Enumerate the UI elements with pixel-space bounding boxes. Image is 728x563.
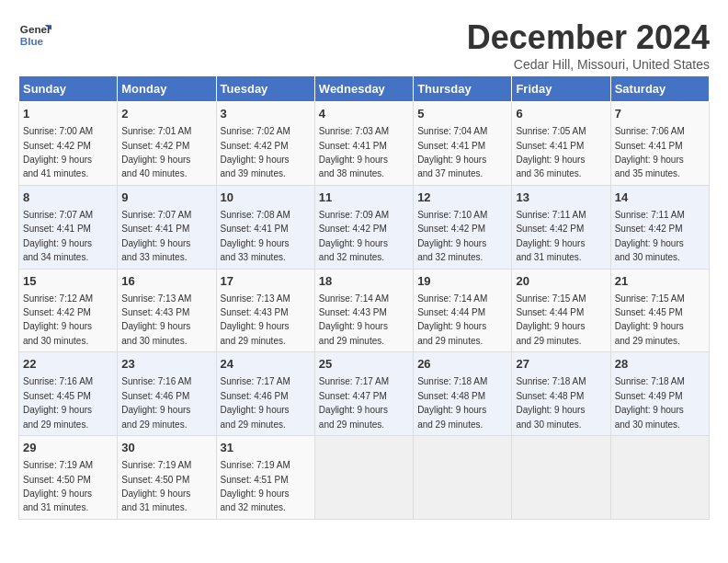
day-info: Sunrise: 7:15 AM Sunset: 4:45 PM Dayligh…	[615, 293, 685, 346]
day-info: Sunrise: 7:04 AM Sunset: 4:41 PM Dayligh…	[417, 126, 487, 178]
calendar-cell: 13Sunrise: 7:11 AM Sunset: 4:42 PM Dayli…	[512, 185, 610, 269]
day-info: Sunrise: 7:14 AM Sunset: 4:44 PM Dayligh…	[417, 293, 487, 346]
calendar-cell: 30Sunrise: 7:19 AM Sunset: 4:50 PM Dayli…	[118, 436, 216, 520]
day-number: 24	[221, 356, 311, 373]
day-number: 10	[221, 190, 311, 206]
calendar-cell: 28Sunrise: 7:18 AM Sunset: 4:49 PM Dayli…	[610, 352, 709, 436]
day-number: 22	[23, 356, 113, 373]
calendar-week-row: 1Sunrise: 7:00 AM Sunset: 4:42 PM Daylig…	[19, 102, 710, 186]
calendar-cell: 15Sunrise: 7:12 AM Sunset: 4:42 PM Dayli…	[19, 269, 118, 352]
calendar-cell	[512, 436, 610, 520]
day-number: 30	[121, 440, 211, 456]
header-thursday: Thursday	[414, 76, 512, 102]
day-number: 8	[23, 190, 113, 206]
day-info: Sunrise: 7:18 AM Sunset: 4:49 PM Dayligh…	[615, 376, 685, 429]
header-sunday: Sunday	[19, 76, 118, 102]
calendar-cell	[314, 436, 413, 520]
day-info: Sunrise: 7:19 AM Sunset: 4:50 PM Dayligh…	[121, 460, 191, 512]
calendar-cell: 3Sunrise: 7:02 AM Sunset: 4:42 PM Daylig…	[216, 102, 314, 186]
svg-text:Blue: Blue	[20, 35, 44, 47]
calendar-cell: 23Sunrise: 7:16 AM Sunset: 4:46 PM Dayli…	[118, 352, 216, 436]
day-number: 4	[319, 106, 409, 122]
day-info: Sunrise: 7:15 AM Sunset: 4:44 PM Dayligh…	[516, 293, 586, 346]
page-header: General Blue December 2024 Cedar Hill, M…	[18, 18, 710, 72]
calendar-table: SundayMondayTuesdayWednesdayThursdayFrid…	[18, 75, 710, 520]
day-info: Sunrise: 7:17 AM Sunset: 4:46 PM Dayligh…	[221, 376, 290, 429]
day-number: 19	[417, 273, 507, 290]
day-number: 6	[516, 106, 606, 122]
day-info: Sunrise: 7:11 AM Sunset: 4:42 PM Dayligh…	[615, 210, 685, 262]
day-info: Sunrise: 7:18 AM Sunset: 4:48 PM Dayligh…	[516, 376, 586, 429]
header-tuesday: Tuesday	[216, 76, 314, 102]
day-number: 15	[23, 273, 113, 290]
header-monday: Monday	[118, 76, 216, 102]
calendar-week-row: 8Sunrise: 7:07 AM Sunset: 4:41 PM Daylig…	[19, 185, 710, 269]
day-number: 29	[23, 440, 113, 456]
day-number: 1	[23, 106, 113, 122]
day-info: Sunrise: 7:05 AM Sunset: 4:41 PM Dayligh…	[516, 126, 586, 178]
logo: General Blue	[18, 18, 51, 52]
day-number: 21	[615, 273, 705, 290]
day-info: Sunrise: 7:07 AM Sunset: 4:41 PM Dayligh…	[23, 210, 93, 262]
day-number: 17	[221, 273, 311, 290]
day-info: Sunrise: 7:03 AM Sunset: 4:41 PM Dayligh…	[319, 126, 389, 178]
day-number: 5	[417, 106, 507, 122]
day-number: 13	[516, 190, 606, 206]
day-info: Sunrise: 7:16 AM Sunset: 4:45 PM Dayligh…	[23, 376, 93, 429]
day-info: Sunrise: 7:09 AM Sunset: 4:42 PM Dayligh…	[319, 210, 389, 262]
calendar-cell: 20Sunrise: 7:15 AM Sunset: 4:44 PM Dayli…	[512, 269, 610, 352]
title-block: December 2024 Cedar Hill, Missouri, Unit…	[467, 18, 710, 72]
day-info: Sunrise: 7:06 AM Sunset: 4:41 PM Dayligh…	[615, 126, 685, 178]
location-title: Cedar Hill, Missouri, United States	[467, 57, 710, 72]
calendar-cell: 18Sunrise: 7:14 AM Sunset: 4:43 PM Dayli…	[314, 269, 413, 352]
calendar-cell: 31Sunrise: 7:19 AM Sunset: 4:51 PM Dayli…	[216, 436, 314, 520]
calendar-cell: 9Sunrise: 7:07 AM Sunset: 4:41 PM Daylig…	[118, 185, 216, 269]
day-number: 3	[221, 106, 311, 122]
day-info: Sunrise: 7:12 AM Sunset: 4:42 PM Dayligh…	[23, 293, 93, 346]
day-number: 16	[121, 273, 211, 290]
day-info: Sunrise: 7:02 AM Sunset: 4:42 PM Dayligh…	[221, 126, 290, 178]
day-number: 12	[417, 190, 507, 206]
calendar-cell: 7Sunrise: 7:06 AM Sunset: 4:41 PM Daylig…	[610, 102, 709, 186]
svg-text:General: General	[20, 23, 51, 35]
calendar-cell	[414, 436, 512, 520]
calendar-cell: 26Sunrise: 7:18 AM Sunset: 4:48 PM Dayli…	[414, 352, 512, 436]
day-info: Sunrise: 7:16 AM Sunset: 4:46 PM Dayligh…	[121, 376, 191, 429]
day-number: 28	[615, 356, 705, 373]
day-number: 11	[319, 190, 409, 206]
calendar-cell: 29Sunrise: 7:19 AM Sunset: 4:50 PM Dayli…	[19, 436, 118, 520]
day-info: Sunrise: 7:17 AM Sunset: 4:47 PM Dayligh…	[319, 376, 389, 429]
calendar-cell: 10Sunrise: 7:08 AM Sunset: 4:41 PM Dayli…	[216, 185, 314, 269]
calendar-cell: 8Sunrise: 7:07 AM Sunset: 4:41 PM Daylig…	[19, 185, 118, 269]
day-number: 31	[221, 440, 311, 456]
day-info: Sunrise: 7:13 AM Sunset: 4:43 PM Dayligh…	[221, 293, 290, 346]
calendar-cell: 25Sunrise: 7:17 AM Sunset: 4:47 PM Dayli…	[314, 352, 413, 436]
calendar-cell: 19Sunrise: 7:14 AM Sunset: 4:44 PM Dayli…	[414, 269, 512, 352]
calendar-cell: 6Sunrise: 7:05 AM Sunset: 4:41 PM Daylig…	[512, 102, 610, 186]
day-number: 26	[417, 356, 507, 373]
month-title: December 2024	[467, 18, 710, 57]
calendar-week-row: 29Sunrise: 7:19 AM Sunset: 4:50 PM Dayli…	[19, 436, 710, 520]
day-info: Sunrise: 7:01 AM Sunset: 4:42 PM Dayligh…	[121, 126, 191, 178]
calendar-cell: 4Sunrise: 7:03 AM Sunset: 4:41 PM Daylig…	[314, 102, 413, 186]
day-number: 25	[319, 356, 409, 373]
header-saturday: Saturday	[610, 76, 709, 102]
header-wednesday: Wednesday	[314, 76, 413, 102]
calendar-cell: 27Sunrise: 7:18 AM Sunset: 4:48 PM Dayli…	[512, 352, 610, 436]
calendar-cell: 12Sunrise: 7:10 AM Sunset: 4:42 PM Dayli…	[414, 185, 512, 269]
day-number: 20	[516, 273, 606, 290]
calendar-cell: 14Sunrise: 7:11 AM Sunset: 4:42 PM Dayli…	[610, 185, 709, 269]
day-number: 2	[121, 106, 211, 122]
calendar-cell: 5Sunrise: 7:04 AM Sunset: 4:41 PM Daylig…	[414, 102, 512, 186]
calendar-week-row: 22Sunrise: 7:16 AM Sunset: 4:45 PM Dayli…	[19, 352, 710, 436]
calendar-cell: 2Sunrise: 7:01 AM Sunset: 4:42 PM Daylig…	[118, 102, 216, 186]
calendar-header-row: SundayMondayTuesdayWednesdayThursdayFrid…	[19, 76, 710, 102]
day-info: Sunrise: 7:19 AM Sunset: 4:51 PM Dayligh…	[221, 460, 290, 512]
day-info: Sunrise: 7:08 AM Sunset: 4:41 PM Dayligh…	[221, 210, 290, 262]
day-info: Sunrise: 7:14 AM Sunset: 4:43 PM Dayligh…	[319, 293, 389, 346]
calendar-cell: 16Sunrise: 7:13 AM Sunset: 4:43 PM Dayli…	[118, 269, 216, 352]
day-info: Sunrise: 7:13 AM Sunset: 4:43 PM Dayligh…	[121, 293, 191, 346]
day-info: Sunrise: 7:19 AM Sunset: 4:50 PM Dayligh…	[23, 460, 93, 512]
day-number: 23	[121, 356, 211, 373]
calendar-cell: 22Sunrise: 7:16 AM Sunset: 4:45 PM Dayli…	[19, 352, 118, 436]
